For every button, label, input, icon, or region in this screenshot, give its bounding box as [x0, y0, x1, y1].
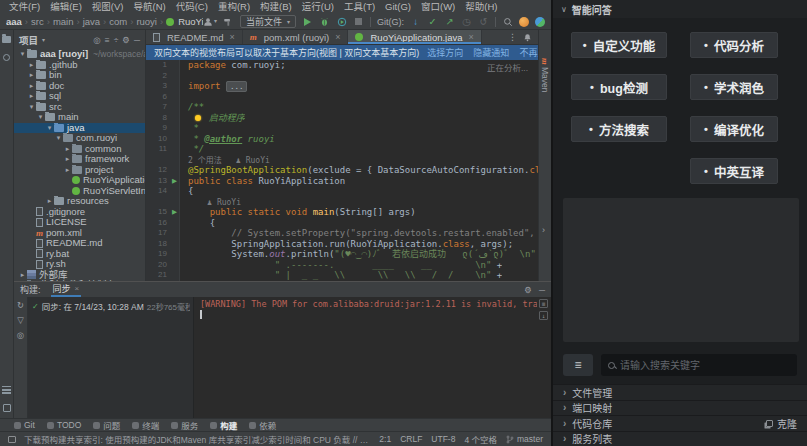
editor-tab[interactable]: README.md× [146, 30, 243, 44]
bookmarks-tool-icon[interactable] [1, 402, 13, 414]
menu-item[interactable]: 代码(C) [171, 0, 213, 14]
chevron-down-icon[interactable]: ▾ [54, 133, 63, 144]
menu-item[interactable]: 窗口(W) [416, 0, 460, 14]
banner-action[interactable]: 选择方向 [427, 46, 463, 59]
search-everywhere-icon[interactable] [502, 15, 513, 28]
code-line[interactable]: 2 [146, 71, 538, 82]
code-line[interactable]: 9 * [146, 123, 538, 134]
build-tab-sync[interactable]: 同步× [51, 282, 82, 297]
code-line[interactable]: 16 { [146, 218, 538, 229]
history-icon[interactable]: ◷ [461, 15, 472, 28]
menu-button[interactable]: ≡ [563, 354, 593, 376]
editor-tab[interactable]: mpom.xml (ruoyi)× [243, 30, 349, 44]
run-gutter-icon[interactable]: ▶ [172, 207, 177, 218]
banner-action[interactable]: 不再显示 [519, 46, 538, 59]
chevron-right-icon[interactable]: ▸ [27, 70, 36, 81]
tree-item[interactable]: ▸resources [14, 196, 145, 207]
tree-item[interactable]: ry.sh [14, 259, 145, 270]
code-line[interactable]: 3import ... [146, 81, 538, 92]
gear-icon[interactable]: ⚙ [122, 35, 130, 45]
tool-window-button[interactable]: 终端 [132, 419, 159, 431]
code-line[interactable]: 2 个用法 ♟ RuoYi [146, 155, 538, 166]
plugin-duo-icon[interactable] [535, 17, 545, 27]
gear-icon[interactable]: ⚙ [524, 285, 532, 295]
breadcrumb-item[interactable]: src [31, 16, 44, 27]
menu-item[interactable]: 重构(R) [213, 0, 255, 14]
assistant-button[interactable]: •代码分析 [690, 32, 778, 58]
breadcrumb-item[interactable]: java [83, 16, 100, 27]
tree-item[interactable]: ▾main [14, 112, 145, 123]
breadcrumb-item[interactable]: ruoyi [136, 16, 157, 27]
status-widget[interactable]: UTF-8 [431, 434, 455, 444]
intention-bulb-icon[interactable] [195, 115, 201, 121]
section-row[interactable]: ›代码仓库克隆 [553, 415, 807, 431]
expand-all-icon[interactable]: ≡ [105, 35, 110, 45]
tree-item[interactable]: RuoYiServletInitializer [14, 186, 145, 197]
chevron-right-icon[interactable]: ▸ [27, 81, 36, 92]
tree-item[interactable]: ▸common [14, 144, 145, 155]
chevron-right-icon[interactable]: ▸ [18, 270, 27, 281]
splitter-chevron-icon[interactable]: › [542, 225, 545, 235]
status-widget[interactable]: 2:1 [379, 434, 391, 444]
tool-window-button[interactable]: 构建 [210, 419, 237, 431]
commit-icon[interactable]: ✓ [427, 15, 438, 28]
more-options-icon[interactable]: ⋮ [508, 32, 517, 42]
tool-window-button[interactable]: 服务 [171, 419, 198, 431]
assistant-header[interactable]: ∨ 智能问答 [553, 0, 807, 18]
tree-item[interactable]: ▾src [14, 102, 145, 113]
code-line[interactable]: 11 */ [146, 144, 538, 155]
hide-panel-icon[interactable]: ─ [134, 35, 140, 45]
chevron-right-icon[interactable]: ▸ [63, 154, 72, 165]
assistant-button[interactable]: •自定义功能 [571, 32, 667, 58]
keyword-search-input[interactable] [620, 360, 790, 371]
assistant-button[interactable]: •学术润色 [690, 74, 778, 100]
tree-item[interactable]: ▾com.ruoyi [14, 133, 145, 144]
run-gutter-icon[interactable]: ▶ [172, 176, 177, 187]
code-line[interactable]: 12@SpringBootApplication(exclude = { Dat… [146, 165, 538, 176]
soft-wrap-icon[interactable]: ≡ [539, 299, 548, 308]
section-row[interactable]: ›端口映射 [553, 400, 807, 416]
menu-item[interactable]: Git(G) [380, 0, 416, 14]
menu-item[interactable]: 视图(V) [87, 0, 129, 14]
breadcrumb-item[interactable]: aaa [6, 16, 22, 27]
breadcrumb-item[interactable]: main [53, 16, 74, 27]
section-row[interactable]: ›服务列表 [553, 431, 807, 446]
window-layout-icon[interactable] [8, 436, 16, 443]
close-icon[interactable]: × [229, 32, 234, 42]
breadcrumb-item[interactable]: RuoYiApplication [178, 16, 203, 27]
tree-item[interactable]: .gitignore [14, 207, 145, 218]
code-line[interactable]: 21 " | _ _ \\ \\ \\ / / \n" + [146, 270, 538, 281]
code-line[interactable]: ♟ RuoYi [146, 197, 538, 208]
run-config-select[interactable]: 当前文件▾ [240, 15, 296, 28]
assistant-button[interactable]: •编译优化 [690, 116, 778, 142]
tree-item[interactable]: ▸sql [14, 91, 145, 102]
tree-item[interactable]: ▸framework [14, 154, 145, 165]
commit-tool-icon[interactable] [1, 51, 13, 63]
tree-item[interactable]: ▸project [14, 165, 145, 176]
chevron-down-icon[interactable]: ▾ [45, 123, 54, 134]
chevron-down-icon[interactable]: ▾ [27, 102, 36, 113]
menu-item[interactable]: 导航(N) [128, 0, 170, 14]
menu-item[interactable]: 文件(F) [4, 0, 45, 14]
code-line[interactable]: 14{ [146, 186, 538, 197]
tree-item[interactable]: ▸.github [14, 60, 145, 71]
menu-item[interactable]: 编辑(E) [45, 0, 87, 14]
stop-button[interactable] [353, 15, 364, 28]
breadcrumb-item[interactable]: com [109, 16, 127, 27]
tree-item[interactable]: ▸bin [14, 70, 145, 81]
assistant-button[interactable]: •中英互译 [690, 158, 778, 184]
code-line[interactable]: 15▶ public static void main(String[] arg… [146, 207, 538, 218]
tree-item[interactable]: mpom.xml [14, 228, 145, 239]
plugin-orange-icon[interactable] [519, 17, 529, 27]
coverage-button[interactable] [336, 15, 347, 28]
debug-button[interactable] [319, 15, 330, 28]
rerun-icon[interactable]: ↻ [17, 301, 24, 310]
close-icon[interactable]: × [335, 32, 340, 42]
project-panel-title[interactable]: 项目▾ [19, 33, 45, 47]
tree-item[interactable]: ▸doc [14, 81, 145, 92]
banner-action[interactable]: 隐藏通知 [473, 46, 509, 59]
build-console[interactable]: [WARNING] The POM for com.alibaba:druid:… [194, 297, 551, 418]
close-icon[interactable]: × [469, 32, 474, 42]
chevron-down-icon[interactable]: ▾ [36, 112, 45, 123]
tree-item[interactable]: RuoYiApplication [14, 175, 145, 186]
